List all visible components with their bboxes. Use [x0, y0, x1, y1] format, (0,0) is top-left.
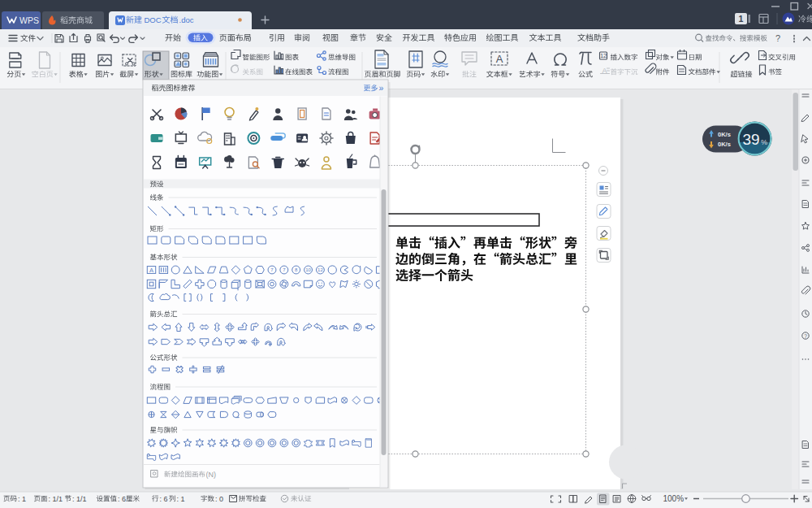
svg-text:(N): (N)	[206, 471, 217, 479]
svg-text:12: 12	[600, 52, 607, 59]
svg-text:: 1: : 1	[18, 495, 26, 503]
svg-text:»: »	[379, 83, 384, 93]
svg-text:DOC: DOC	[145, 15, 162, 24]
svg-text:100%: 100%	[663, 494, 685, 503]
svg-text:: 6: : 6	[160, 495, 168, 503]
svg-text:: 1: : 1	[177, 495, 185, 503]
svg-text:?: ?	[804, 333, 807, 339]
svg-text:: 6: : 6	[118, 495, 126, 503]
svg-text:0K/s: 0K/s	[718, 141, 731, 148]
svg-text:39: 39	[742, 131, 759, 148]
svg-text:%: %	[761, 138, 767, 146]
svg-text:?: ?	[775, 33, 780, 43]
svg-text:: 1/1: : 1/1	[49, 495, 63, 503]
svg-text:: 0: : 0	[215, 495, 223, 503]
svg-text:A: A	[496, 53, 503, 65]
svg-text:0K/s: 0K/s	[718, 131, 731, 138]
svg-text:A: A	[149, 267, 153, 274]
svg-text:12: 12	[317, 267, 323, 272]
svg-text:1: 1	[739, 14, 744, 24]
svg-text:WPS: WPS	[19, 15, 39, 25]
svg-text:.doc: .doc	[179, 15, 194, 24]
svg-text:10: 10	[305, 267, 311, 272]
svg-text:: 1/1: : 1/1	[72, 495, 87, 503]
